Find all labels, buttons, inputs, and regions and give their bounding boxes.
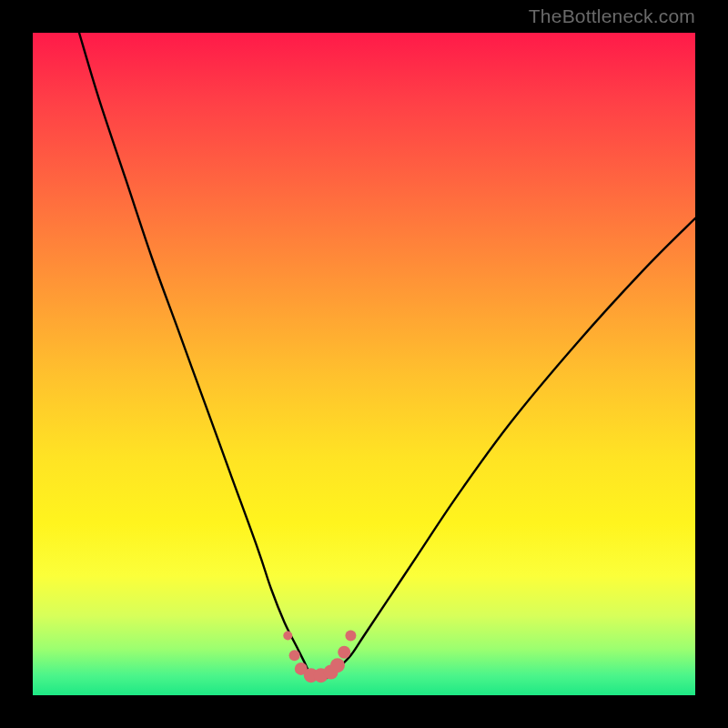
trough-dot	[330, 658, 345, 672]
trough-dot	[345, 631, 356, 642]
trough-dot	[338, 646, 350, 659]
trough-dot	[289, 650, 300, 661]
attribution-text: TheBottleneck.com	[529, 5, 695, 27]
outer-frame: TheBottleneck.com	[0, 0, 728, 728]
trough-dot	[283, 632, 292, 641]
bottleneck-curve	[79, 33, 695, 679]
chart-svg	[33, 33, 695, 695]
trough-dots	[283, 631, 356, 683]
plot-area	[33, 33, 695, 695]
